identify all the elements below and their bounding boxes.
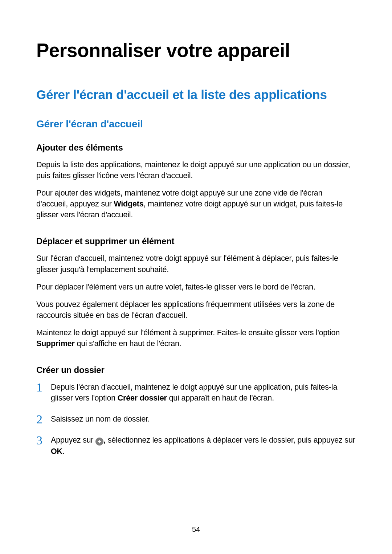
paragraph: Vous pouvez également déplacer les appli… xyxy=(36,299,356,321)
bold-text: OK xyxy=(51,447,62,456)
step-item: Depuis l'écran d'accueil, maintenez le d… xyxy=(36,382,356,403)
text: Appuyez sur xyxy=(51,436,95,444)
heading-ajouter: Ajouter des éléments xyxy=(36,143,356,153)
page-title: Personnaliser votre appareil xyxy=(36,39,356,61)
paragraph: Pour ajouter des widgets, maintenez votr… xyxy=(36,188,356,220)
bold-text: Widgets xyxy=(114,200,143,208)
step-item: Saisissez un nom de dossier. xyxy=(36,414,356,424)
paragraph: Pour déplacer l'élément vers un autre vo… xyxy=(36,282,356,292)
paragraph: Depuis la liste des applications, mainte… xyxy=(36,159,356,181)
text: , sélectionnez les applications à déplac… xyxy=(103,436,355,444)
document-page: Personnaliser votre appareil Gérer l'écr… xyxy=(0,0,392,457)
text: Maintenez le doigt appuyé sur l'élément … xyxy=(36,328,340,337)
bold-text: Créer dossier xyxy=(118,394,167,402)
section-ajouter: Ajouter des éléments Depuis la liste des… xyxy=(36,143,356,220)
subsection-heading: Gérer l'écran d'accueil xyxy=(36,118,356,130)
plus-icon: + xyxy=(95,438,103,446)
paragraph: Maintenez le doigt appuyé sur l'élément … xyxy=(36,327,356,349)
step-item: Appuyez sur +, sélectionnez les applicat… xyxy=(36,435,356,456)
page-number: 54 xyxy=(0,525,392,534)
text: . xyxy=(62,447,65,456)
bold-text: Supprimer xyxy=(36,339,75,348)
section-deplacer: Déplacer et supprimer un élément Sur l'é… xyxy=(36,236,356,349)
steps-list: Depuis l'écran d'accueil, maintenez le d… xyxy=(36,382,356,456)
heading-creer: Créer un dossier xyxy=(36,365,356,375)
section-creer: Créer un dossier Depuis l'écran d'accuei… xyxy=(36,365,356,456)
text: qui s'affiche en haut de l'écran. xyxy=(75,339,181,348)
text: qui apparaît en haut de l'écran. xyxy=(167,394,274,402)
paragraph: Sur l'écran d'accueil, maintenez votre d… xyxy=(36,253,356,275)
heading-deplacer: Déplacer et supprimer un élément xyxy=(36,236,356,246)
section-heading-main: Gérer l'écran d'accueil et la liste des … xyxy=(36,87,356,102)
